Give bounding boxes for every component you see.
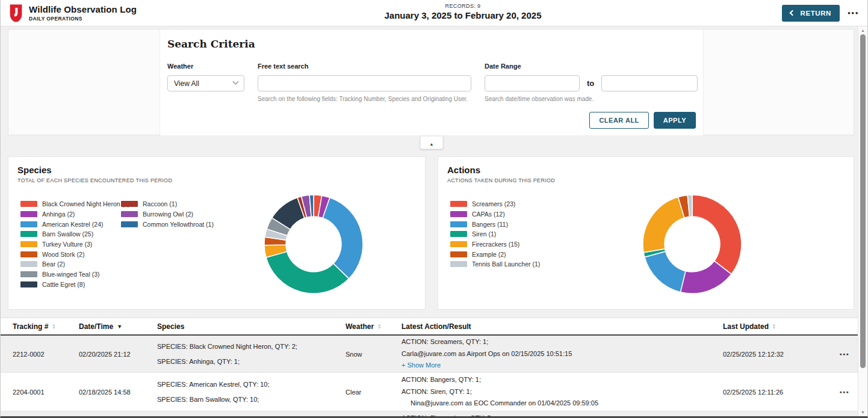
- date-range-inputs: to: [485, 75, 698, 91]
- action-line: ACTION: Siren, QTY: 1;: [401, 386, 472, 398]
- chevron-up-icon: ▲: [430, 142, 434, 146]
- legend-item[interactable]: Siren (1): [450, 229, 551, 239]
- weather-field-group: Weather View All: [167, 63, 244, 102]
- return-button[interactable]: RETURN: [782, 5, 840, 22]
- datetime-cell: [79, 411, 157, 418]
- scrollbar-thumb[interactable]: [860, 34, 866, 368]
- clear-all-button[interactable]: CLEAR ALL: [589, 112, 648, 129]
- header-date-range: January 3, 2025 to February 20, 2025: [385, 10, 542, 20]
- legend-item[interactable]: Cattle Egret (8): [20, 280, 121, 290]
- apply-button[interactable]: APPLY: [654, 112, 696, 129]
- legend-swatch: [20, 201, 37, 207]
- legend-item[interactable]: Anhinga (2): [20, 209, 121, 220]
- donut-slice[interactable]: [266, 251, 349, 294]
- legend-item[interactable]: CAPAs (12): [450, 209, 551, 220]
- legend-label: Screamers (23): [472, 200, 515, 207]
- sort-icon: ▲▼: [52, 324, 55, 330]
- species-legend: Black Crowned Night Heron (2)Anhinga (2)…: [20, 199, 222, 289]
- legend-label: Common Yellowthroat (1): [143, 221, 214, 228]
- header-overflow-menu-icon[interactable]: ●●●: [848, 10, 859, 16]
- species-line: SPECIES: American Kestrel, QTY: 10;: [157, 377, 269, 392]
- search-fields-row: Weather View All Free text search Search…: [167, 63, 696, 102]
- legend-item[interactable]: Barn Swallow (25): [20, 229, 121, 239]
- last-updated-cell: 02/25/2025 12:11:26: [723, 373, 819, 411]
- column-header-datetime[interactable]: Date/Time ▼: [79, 322, 157, 331]
- action-cell: ACTION: Firecrackers, QTY: 5;: [401, 411, 723, 418]
- row-overflow-menu-icon[interactable]: ●●●: [839, 352, 849, 356]
- donut-slice[interactable]: [692, 195, 742, 274]
- legend-swatch: [121, 211, 138, 217]
- date-range-label: Date Range: [485, 63, 698, 70]
- legend-swatch: [20, 271, 37, 277]
- species-donut-chart: [250, 181, 377, 307]
- species-line: SPECIES: Anhinga, QTY: 1;: [157, 354, 240, 369]
- legend-item[interactable]: Tennis Ball Launcher (1): [450, 259, 551, 269]
- collapse-search-button[interactable]: ▲: [420, 136, 443, 149]
- legend-item[interactable]: Common Yellowthroat (1): [121, 219, 222, 229]
- free-text-input[interactable]: [258, 75, 471, 91]
- legend-swatch: [450, 261, 467, 267]
- weather-cell: Clear: [346, 373, 401, 411]
- date-from-input[interactable]: [485, 75, 580, 91]
- legend-label: Turkey Vulture (3): [42, 241, 92, 248]
- column-header-action[interactable]: Latest Action/Result: [401, 322, 723, 331]
- legend-swatch: [450, 201, 467, 207]
- datetime-cell: 02/20/2025 21:12: [79, 336, 157, 372]
- tracking-cell: 2204-0001: [13, 373, 79, 411]
- row-menu-cell: ●●●: [819, 373, 849, 411]
- sort-icon: ▲▼: [377, 324, 381, 330]
- legend-item[interactable]: Screamers (23): [450, 199, 551, 209]
- legend-item[interactable]: Bangers (11): [450, 219, 551, 229]
- legend-swatch: [450, 251, 467, 257]
- show-more-link[interactable]: + Show More: [401, 360, 441, 372]
- column-header-last-updated[interactable]: Last Updated ▲▼: [723, 322, 819, 331]
- actions-legend: Screamers (23)CAPAs (12)Bangers (11)Sire…: [450, 199, 551, 269]
- donut-slice[interactable]: [643, 197, 684, 252]
- row-overflow-menu-icon[interactable]: ●●●: [839, 390, 849, 394]
- species-line: SPECIES: Barn Swallow, QTY: 10;: [157, 392, 259, 407]
- legend-item[interactable]: Example (2): [450, 249, 551, 259]
- donut-slice[interactable]: [323, 198, 363, 279]
- weather-select[interactable]: View All: [167, 75, 244, 91]
- search-form: Search Criteria Weather View All Free te…: [160, 29, 704, 135]
- legend-label: Wood Stork (2): [42, 251, 84, 258]
- legend-item[interactable]: Turkey Vulture (3): [20, 239, 121, 250]
- legend-item[interactable]: Burrowing Owl (2): [121, 209, 222, 220]
- column-header-species[interactable]: Species: [157, 322, 346, 331]
- scroll-down-arrow-icon[interactable]: ▼: [858, 410, 867, 414]
- observations-table: Tracking # ▲▼ Date/Time ▼ Species Weathe…: [1, 318, 858, 416]
- species-line: SPECIES: Black Crowned Night Heron, QTY:…: [157, 339, 297, 354]
- tracking-cell: [13, 411, 79, 418]
- scroll-up-arrow-icon[interactable]: ▲: [858, 28, 867, 32]
- weather-select-value: View All: [174, 79, 199, 88]
- legend-item[interactable]: Raccoon (1): [121, 199, 222, 209]
- table-header-row: Tracking # ▲▼ Date/Time ▼ Species Weathe…: [1, 318, 858, 336]
- legend-label: Black Crowned Night Heron (2): [42, 200, 129, 207]
- donut-slice[interactable]: [645, 251, 686, 292]
- date-to-input[interactable]: [601, 75, 698, 91]
- vertical-scrollbar[interactable]: ▲ ▼: [858, 26, 867, 416]
- legend-swatch: [450, 211, 467, 217]
- action-cell: ACTION: Screamers, QTY: 1; Carla@juvare.…: [401, 336, 723, 372]
- legend-item[interactable]: Firecrackers (15): [450, 239, 551, 250]
- legend-item[interactable]: Bear (2): [20, 259, 121, 269]
- legend-column: Screamers (23)CAPAs (12)Bangers (11)Sire…: [450, 199, 551, 269]
- search-panel: Search Criteria Weather View All Free te…: [8, 29, 854, 135]
- row-menu-cell: ●●●: [819, 336, 849, 372]
- column-header-tracking[interactable]: Tracking # ▲▼: [13, 322, 79, 331]
- table-row[interactable]: 2212-0002 02/20/2025 21:12 SPECIES: Blac…: [1, 336, 858, 373]
- table-row[interactable]: 2204-0001 02/18/2025 14:58 SPECIES: Amer…: [1, 373, 858, 411]
- legend-item[interactable]: Blue-winged Teal (3): [20, 269, 121, 280]
- app-subtitle: DAILY OPERATIONS: [29, 16, 137, 22]
- legend-label: Bangers (11): [472, 221, 508, 228]
- legend-item[interactable]: Wood Stork (2): [20, 249, 121, 259]
- sort-icon: ▲▼: [772, 324, 776, 330]
- legend-item[interactable]: Black Crowned Night Heron (2): [20, 199, 121, 209]
- column-header-weather[interactable]: Weather ▲▼: [346, 322, 401, 331]
- action-line: Carla@juvare.com as Airport Ops on 02/15…: [401, 348, 572, 360]
- weather-cell: Snow: [346, 336, 401, 372]
- legend-item[interactable]: American Kestrel (24): [20, 219, 121, 229]
- header-summary: RECORDS: 9 January 3, 2025 to February 2…: [385, 3, 542, 20]
- records-count: RECORDS: 9: [385, 3, 542, 9]
- legend-column: Black Crowned Night Heron (2)Anhinga (2)…: [20, 199, 121, 289]
